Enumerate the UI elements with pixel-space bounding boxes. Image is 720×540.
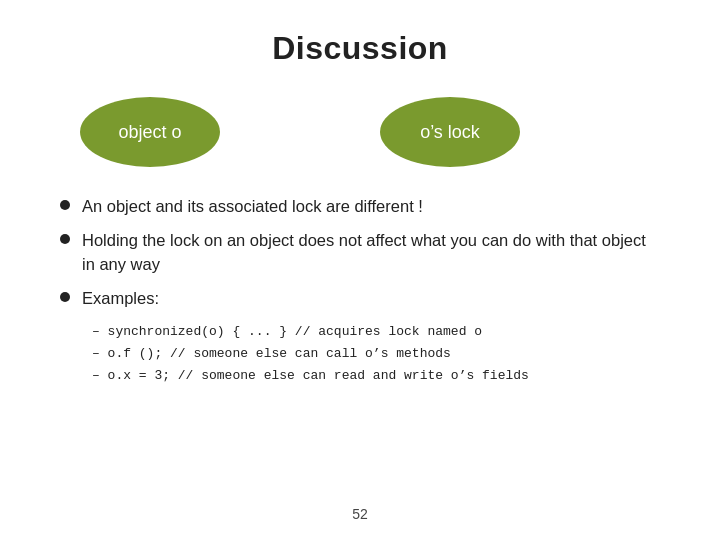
code-line-2: – o.f (); // someone else can call o’s m…	[92, 343, 660, 365]
bullet-item-3: Examples:	[60, 287, 660, 311]
bullet-dot-3	[60, 292, 70, 302]
bullet-dot-2	[60, 234, 70, 244]
bullet-item-2: Holding the lock on an object does not a…	[60, 229, 660, 277]
oval-object: object o	[80, 97, 220, 167]
code-block: – synchronized(o) { ... } // acquires lo…	[92, 321, 660, 387]
bullet-list: An object and its associated lock are di…	[60, 195, 660, 311]
slide-title: Discussion	[60, 30, 660, 67]
oval-lock: o’s lock	[380, 97, 520, 167]
ovals-row: object o o’s lock	[60, 97, 660, 167]
bullet-dot-1	[60, 200, 70, 210]
bullet-item-1: An object and its associated lock are di…	[60, 195, 660, 219]
slide: Discussion object o o’s lock An object a…	[0, 0, 720, 540]
page-number: 52	[352, 506, 368, 522]
code-line-3: – o.x = 3; // someone else can read and …	[92, 365, 660, 387]
code-line-1: – synchronized(o) { ... } // acquires lo…	[92, 321, 660, 343]
